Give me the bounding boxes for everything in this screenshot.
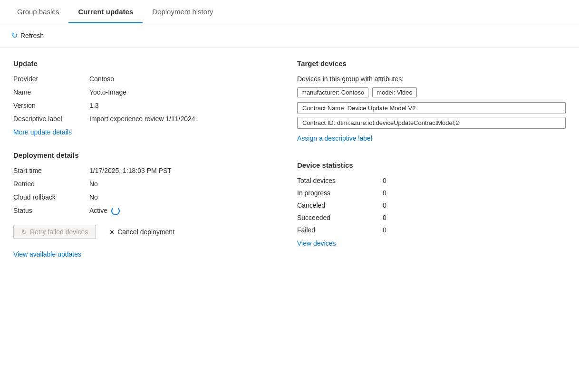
stat-failed-label: Failed	[297, 226, 383, 234]
more-update-details-link[interactable]: More update details	[13, 128, 72, 136]
stat-total-devices-value: 0	[383, 177, 402, 184]
field-retried-value: No	[89, 180, 282, 188]
right-column: Target devices Devices in this group wit…	[297, 59, 566, 258]
cancel-icon: ✕	[109, 229, 115, 236]
tag-model: model: Video	[372, 87, 417, 97]
field-version-label: Version	[13, 102, 89, 109]
field-start-time-label: Start time	[13, 167, 89, 174]
view-devices-link-wrapper: View devices	[297, 239, 566, 247]
stat-canceled-value: 0	[383, 201, 402, 209]
field-retried-label: Retried	[13, 180, 89, 188]
tab-current-updates[interactable]: Current updates	[68, 0, 143, 23]
assign-descriptive-label-link[interactable]: Assign a descriptive label	[297, 134, 372, 142]
field-provider-value: Contoso	[89, 75, 282, 83]
field-status-label: Status	[13, 207, 89, 214]
tag-manufacturer: manufacturer: Contoso	[297, 87, 368, 97]
main-grid: Update Provider Contoso Name Yocto-Image…	[13, 59, 566, 258]
stat-succeeded: Succeeded 0	[297, 214, 566, 221]
retry-button-label: Retry failed devices	[30, 228, 88, 236]
device-statistics-section: Device statistics Total devices 0 In pro…	[297, 161, 566, 247]
target-devices-title: Target devices	[297, 59, 566, 67]
status-spinner-icon	[111, 207, 120, 215]
action-buttons-row: ↻ Retry failed devices ✕ Cancel deployme…	[13, 225, 282, 239]
field-descriptive-label: Descriptive label Import experience revi…	[13, 115, 282, 123]
stat-canceled-label: Canceled	[297, 201, 383, 209]
refresh-button[interactable]: ↻ Refresh	[8, 29, 48, 42]
stat-succeeded-label: Succeeded	[297, 214, 383, 221]
cancel-button-label: Cancel deployment	[117, 228, 174, 236]
tag-contract-name: Contract Name: Device Update Model V2	[297, 102, 566, 114]
tab-deployment-history[interactable]: Deployment history	[143, 0, 222, 23]
stat-in-progress-label: In progress	[297, 189, 383, 197]
field-provider-label: Provider	[13, 75, 89, 83]
stat-total-devices-label: Total devices	[297, 177, 383, 184]
stat-canceled: Canceled 0	[297, 201, 566, 209]
stat-in-progress-value: 0	[383, 189, 402, 197]
target-devices-section: Target devices Devices in this group wit…	[297, 59, 566, 142]
update-section: Update Provider Contoso Name Yocto-Image…	[13, 59, 282, 136]
field-descriptive-label-value: Import experience review 1/11/2024.	[89, 115, 282, 123]
retry-failed-devices-button: ↻ Retry failed devices	[13, 225, 96, 239]
stat-failed-value: 0	[383, 226, 402, 234]
retry-icon: ↻	[21, 228, 27, 236]
refresh-label: Refresh	[20, 32, 44, 39]
tag-contract-id: Contract ID: dtmi:azure:iot:deviceUpdate…	[297, 117, 566, 129]
assign-label-link-wrapper: Assign a descriptive label	[297, 134, 566, 142]
field-status-value: Active	[89, 207, 282, 215]
field-start-time: Start time 1/17/2025, 1:18:03 PM PST	[13, 167, 282, 174]
deployment-details-title: Deployment details	[13, 151, 282, 159]
field-version-value: 1.3	[89, 102, 282, 109]
field-descriptive-label-label: Descriptive label	[13, 115, 89, 123]
view-available-updates-wrapper: View available updates	[13, 250, 282, 258]
field-retried: Retried No	[13, 180, 282, 188]
field-cloud-rollback-value: No	[89, 193, 282, 201]
tab-bar: Group basics Current updates Deployment …	[0, 0, 579, 23]
update-title: Update	[13, 59, 282, 67]
view-devices-link[interactable]: View devices	[297, 239, 336, 247]
left-column: Update Provider Contoso Name Yocto-Image…	[13, 59, 282, 258]
deployment-details-section: Deployment details Start time 1/17/2025,…	[13, 151, 282, 258]
target-devices-description: Devices in this group with attributes:	[297, 75, 566, 83]
field-start-time-value: 1/17/2025, 1:18:03 PM PST	[89, 167, 282, 174]
field-name-value: Yocto-Image	[89, 88, 282, 96]
field-provider: Provider Contoso	[13, 75, 282, 83]
toolbar: ↻ Refresh	[0, 23, 579, 48]
tab-group-basics[interactable]: Group basics	[8, 0, 68, 23]
field-name: Name Yocto-Image	[13, 88, 282, 96]
stat-succeeded-value: 0	[383, 214, 402, 221]
stat-failed: Failed 0	[297, 226, 566, 234]
field-cloud-rollback: Cloud rollback No	[13, 193, 282, 201]
field-name-label: Name	[13, 88, 89, 96]
field-version: Version 1.3	[13, 102, 282, 109]
refresh-icon: ↻	[11, 31, 18, 40]
more-update-details-link-wrapper: More update details	[13, 128, 282, 136]
cancel-deployment-button[interactable]: ✕ Cancel deployment	[102, 225, 182, 239]
stat-total-devices: Total devices 0	[297, 177, 566, 184]
tags-row1: manufacturer: Contoso model: Video	[297, 87, 566, 99]
stat-in-progress: In progress 0	[297, 189, 566, 197]
view-available-updates-link[interactable]: View available updates	[13, 250, 81, 258]
field-cloud-rollback-label: Cloud rollback	[13, 193, 89, 201]
device-statistics-title: Device statistics	[297, 161, 566, 169]
field-status: Status Active	[13, 207, 282, 215]
content-area: Update Provider Contoso Name Yocto-Image…	[0, 48, 579, 269]
